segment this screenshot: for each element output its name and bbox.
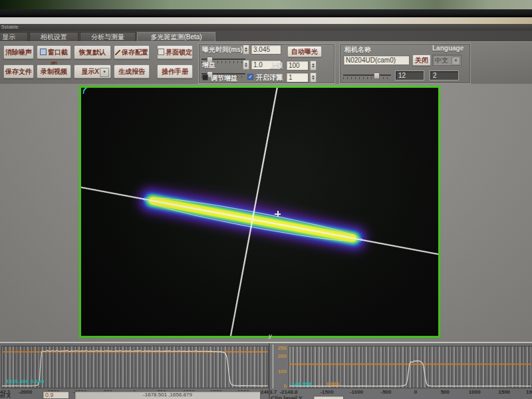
y-axis-title: y: [269, 332, 272, 339]
tab-display[interactable]: 显示: [0, 32, 28, 41]
y-profile-ytick-labels: 2562001000: [273, 346, 287, 387]
tab-multispot-beta[interactable]: 多光斑监测(Beta): [137, 32, 215, 41]
axis-tick-label: -500: [380, 389, 391, 395]
language-label: Language: [432, 45, 464, 52]
tab-bar: 显示 相机设置 分析与测量 多光斑监测(Beta): [0, 31, 532, 42]
chevron-down-icon[interactable]: ▼: [100, 68, 109, 77]
ui-lock-label: 界面锁定: [166, 49, 192, 56]
gain-spinner[interactable]: [243, 60, 249, 70]
x-profile-plot: 3335.380 0.100: [1, 346, 269, 388]
profile-plots-panel: 3335.380 0.100 -2442.1-2000-1500-1000-50…: [0, 342, 532, 399]
upper-limit-spinner[interactable]: [310, 61, 317, 70]
enable-calc-label: 开启计算: [256, 73, 283, 82]
main-area: [0, 84, 532, 342]
close-camera-button[interactable]: 关闭: [412, 55, 431, 66]
language-selected-value: 中文: [435, 57, 448, 64]
roi-corner-marker-icon: [82, 86, 92, 95]
toolbar: 消除噪声 窗口截图 恢复默认 保存配置 界面锁定 保存文件 录制视频 显示XY▼…: [0, 41, 532, 84]
axis-tick-label: 1000: [469, 389, 481, 395]
screen-glare: [0, 17, 532, 24]
camera-param-slider[interactable]: [343, 72, 391, 79]
axis-tick-label: 256: [278, 345, 287, 351]
gain-label: 增益: [202, 61, 215, 70]
ui-lock-button[interactable]: 界面锁定: [157, 45, 193, 59]
axis-tick-label: -1500: [320, 389, 333, 395]
language-select[interactable]: 中文 ▼: [432, 55, 462, 66]
window-titlebar: 5stable: [0, 24, 532, 31]
denoise-button[interactable]: 消除噪声: [3, 45, 34, 59]
y-profile-plot: 148.998 0.000: [289, 346, 532, 388]
axis-tick-label: 1971: [526, 389, 532, 395]
camera-param-value-1[interactable]: 12: [395, 70, 424, 80]
manual-button[interactable]: 操作手册: [157, 65, 193, 78]
photo-background: [0, 0, 532, 9]
axis-tick-label: -2148.8: [279, 389, 297, 395]
upper-limit-label: 上限: [270, 61, 283, 70]
record-video-button[interactable]: 录制视频: [37, 65, 71, 78]
lock-checkbox-icon: [158, 49, 164, 55]
axis-tick-label: 0: [414, 389, 417, 395]
enable-calc-checkbox[interactable]: ✓: [247, 74, 253, 80]
y-profile-readout-orange: 0.000: [327, 381, 339, 387]
axis-tick-label: 0: [284, 383, 287, 389]
camera-param-value-2[interactable]: 2: [430, 70, 459, 80]
beam-edge-readout: -1678.501 ,1656.879: [74, 391, 261, 399]
save-config-button[interactable]: 保存配置: [114, 45, 150, 59]
save-file-button[interactable]: 保存文件: [3, 65, 34, 78]
adjust-gain-label: 调节增益: [211, 74, 237, 83]
camera-name-input[interactable]: [343, 55, 410, 65]
beam-image-viewer[interactable]: [79, 86, 440, 338]
x-profile-readout: 3335.380 0.100: [6, 378, 45, 384]
show-xy-button[interactable]: 显示XY▼: [74, 65, 111, 78]
window-screenshot-button[interactable]: 窗口截图: [37, 45, 71, 59]
camera-param-slider-handle[interactable]: [374, 72, 380, 79]
axis-tick-label: 500: [441, 389, 450, 395]
edit-icon: [115, 50, 120, 55]
y-profile-trace: [289, 346, 531, 388]
axis-tick-label: 200: [278, 353, 287, 359]
exposure-time-label: 曝光时间(ms): [202, 45, 243, 55]
camera-name-label: 相机名称: [344, 45, 371, 55]
clip-level-x-label: Clip level X: [0, 392, 11, 399]
monitor-bezel: [0, 9, 532, 17]
clip-level-y-label: Clip level Y: [271, 395, 303, 399]
axis-tick-label: -1000: [350, 389, 363, 395]
lower-limit-input[interactable]: [286, 72, 309, 82]
tab-camera-settings[interactable]: 相机设置: [29, 32, 78, 41]
lower-limit-spinner[interactable]: [310, 72, 317, 82]
upper-limit-input[interactable]: [286, 61, 309, 70]
tab-analysis-measure[interactable]: 分析与测量: [80, 32, 136, 41]
plots-divider: [269, 343, 270, 399]
save-config-label: 保存配置: [122, 49, 148, 56]
clip-level-y-input[interactable]: [313, 396, 344, 399]
language-chevron-icon[interactable]: ▼: [452, 57, 460, 65]
axis-tick-label: -2000: [19, 389, 32, 395]
clip-level-x-input[interactable]: [43, 391, 69, 399]
auto-exposure-button[interactable]: 自动曝光: [287, 46, 322, 57]
exposure-time-input[interactable]: [251, 45, 281, 55]
window-title: 5stable: [1, 24, 19, 30]
exposure-spinner[interactable]: [243, 45, 249, 55]
axis-tick-label: 1500: [498, 389, 510, 395]
restore-default-button[interactable]: 恢复默认: [74, 45, 111, 59]
axis-tick-label: 100: [278, 368, 287, 374]
screenshot-icon: [40, 49, 47, 55]
mouse-cursor-icon: [275, 211, 281, 217]
y-profile-readout-cyan: 148.998: [292, 381, 312, 387]
generate-report-button[interactable]: 生成报告: [114, 65, 150, 78]
adjust-gain-checkbox[interactable]: [202, 74, 208, 80]
